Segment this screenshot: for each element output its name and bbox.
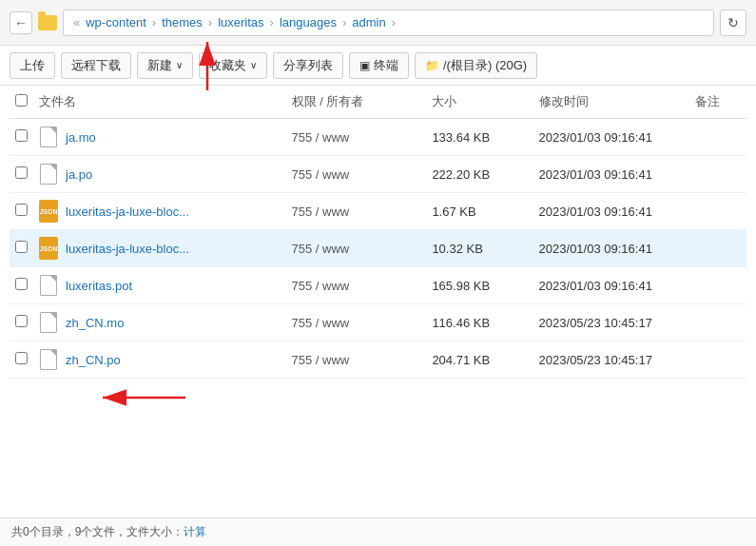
row-perm: 755 / www <box>286 230 427 267</box>
row-mtime: 2023/01/03 09:16:41 <box>533 193 690 230</box>
row-size: 1.67 KB <box>426 193 533 230</box>
row-filename[interactable]: zh_CN.mo <box>66 316 124 330</box>
file-icon <box>40 127 57 147</box>
folder-icon-sm: 📁 <box>425 59 439 72</box>
folder-icon <box>38 15 57 30</box>
row-filename[interactable]: luxeritas-ja-luxe-bloc... <box>66 242 189 256</box>
row-size: 204.71 KB <box>426 341 533 379</box>
row-checkbox-cell <box>10 304 33 341</box>
table-row[interactable]: JSONluxeritas-ja-luxe-bloc...755 / www10… <box>10 230 746 267</box>
bookmark-caret: ∨ <box>250 60 257 70</box>
row-checkbox[interactable] <box>15 278 28 290</box>
bookmark-button[interactable]: 收藏夹 ∨ <box>199 52 267 79</box>
calc-link[interactable]: 计算 <box>184 525 206 538</box>
table-row[interactable]: JSONluxeritas-ja-luxe-bloc...755 / www1.… <box>10 193 746 230</box>
file-icon <box>40 164 57 185</box>
row-checkbox-cell <box>10 267 33 304</box>
path-segment-admin[interactable]: admin <box>352 15 385 29</box>
address-bar: ← « wp-content › themes › luxeritas › la… <box>0 0 756 46</box>
row-checkbox[interactable] <box>15 129 28 142</box>
refresh-button[interactable]: ↻ <box>720 10 746 36</box>
row-checkbox-cell <box>10 193 33 230</box>
status-text: 共0个目录，9个文件，文件大小： <box>11 525 184 538</box>
table-row[interactable]: zh_CN.po755 / www204.71 KB2023/05/23 10:… <box>10 341 746 379</box>
file-icon <box>40 349 57 370</box>
row-filename[interactable]: luxeritas.pot <box>66 279 132 293</box>
file-table-body: ja.mo755 / www133.64 KB2023/01/03 09:16:… <box>10 119 746 379</box>
row-filename-cell: zh_CN.po <box>33 341 286 379</box>
create-caret: ∨ <box>176 60 183 70</box>
row-note <box>689 193 746 230</box>
terminal-button[interactable]: ▣ 终端 <box>349 52 409 79</box>
table-header-row: 文件名 权限 / 所有者 大小 修改时间 备注 <box>10 86 746 119</box>
row-filename[interactable]: zh_CN.po <box>66 353 121 367</box>
row-filename[interactable]: ja.po <box>66 167 92 182</box>
remote-download-button[interactable]: 远程下载 <box>61 52 131 79</box>
row-size: 222.20 KB <box>426 156 533 193</box>
row-filename-cell: JSONluxeritas-ja-luxe-bloc... <box>33 230 286 267</box>
header-note[interactable]: 备注 <box>689 86 746 119</box>
terminal-icon: ▣ <box>359 59 370 72</box>
row-filename-cell: ja.mo <box>33 119 286 156</box>
toolbar: 上传 远程下载 新建 ∨ 收藏夹 ∨ 分享列表 ▣ 终端 📁 /(根目录) (2… <box>0 46 756 86</box>
table-row[interactable]: ja.po755 / www222.20 KB2023/01/03 09:16:… <box>10 156 746 193</box>
terminal-label: 终端 <box>374 57 398 74</box>
path-container: « wp-content › themes › luxeritas › lang… <box>63 10 714 36</box>
path-segment-languages[interactable]: languages <box>280 15 337 29</box>
json-icon: JSON <box>39 237 58 260</box>
file-icon <box>40 275 57 296</box>
json-icon: JSON <box>39 200 58 223</box>
row-perm: 755 / www <box>286 304 427 341</box>
row-filename-cell: JSONluxeritas-ja-luxe-bloc... <box>33 193 286 230</box>
root-dir-button[interactable]: 📁 /(根目录) (20G) <box>415 52 537 79</box>
header-perm[interactable]: 权限 / 所有者 <box>286 86 427 119</box>
row-size: 133.64 KB <box>426 119 533 156</box>
row-size: 165.98 KB <box>426 267 533 304</box>
row-perm: 755 / www <box>286 267 427 304</box>
row-checkbox[interactable] <box>15 166 28 179</box>
create-button[interactable]: 新建 ∨ <box>137 52 193 79</box>
row-filename-cell: ja.po <box>33 156 286 193</box>
row-checkbox[interactable] <box>15 352 28 364</box>
row-note <box>689 230 746 267</box>
row-mtime: 2023/01/03 09:16:41 <box>533 156 690 193</box>
header-mtime[interactable]: 修改时间 <box>533 86 690 119</box>
row-checkbox[interactable] <box>15 241 28 253</box>
table-row[interactable]: ja.mo755 / www133.64 KB2023/01/03 09:16:… <box>10 119 746 156</box>
path-sep-start: « <box>73 15 80 29</box>
upload-label: 上传 <box>20 57 45 74</box>
path-segment-luxeritas[interactable]: luxeritas <box>218 15 263 29</box>
header-filename[interactable]: 文件名 <box>33 86 286 119</box>
share-list-button[interactable]: 分享列表 <box>273 52 343 79</box>
table-row[interactable]: zh_CN.mo755 / www116.46 KB2023/05/23 10:… <box>10 304 746 341</box>
row-filename[interactable]: luxeritas-ja-luxe-bloc... <box>66 205 189 219</box>
table-row[interactable]: luxeritas.pot755 / www165.98 KB2023/01/0… <box>10 267 746 304</box>
select-all-checkbox[interactable] <box>15 94 28 107</box>
row-size: 116.46 KB <box>426 304 533 341</box>
header-size[interactable]: 大小 <box>426 86 533 119</box>
remote-download-label: 远程下载 <box>71 57 121 74</box>
file-table-area: 文件名 权限 / 所有者 大小 修改时间 备注 ja.mo755 / www13… <box>0 86 756 517</box>
row-filename-cell: zh_CN.mo <box>33 304 286 341</box>
row-note <box>689 304 746 341</box>
upload-button[interactable]: 上传 <box>10 52 55 79</box>
path-segment-wp-content[interactable]: wp-content <box>86 15 146 29</box>
back-button[interactable]: ← <box>10 11 32 34</box>
row-size: 10.32 KB <box>426 230 533 267</box>
row-mtime: 2023/01/03 09:16:41 <box>533 267 690 304</box>
file-icon <box>40 312 57 333</box>
path-segment-themes[interactable]: themes <box>162 15 203 29</box>
row-checkbox-cell <box>10 156 33 193</box>
row-perm: 755 / www <box>286 193 427 230</box>
row-checkbox-cell <box>10 341 33 379</box>
row-perm: 755 / www <box>286 156 427 193</box>
row-checkbox[interactable] <box>15 315 28 327</box>
share-list-label: 分享列表 <box>283 57 333 74</box>
row-perm: 755 / www <box>286 341 427 379</box>
header-checkbox-cell <box>10 86 33 119</box>
row-note <box>689 267 746 304</box>
row-checkbox[interactable] <box>15 204 28 216</box>
row-note <box>689 341 746 379</box>
row-filename[interactable]: ja.mo <box>66 130 96 145</box>
main-content: ← « wp-content › themes › luxeritas › la… <box>0 0 756 546</box>
